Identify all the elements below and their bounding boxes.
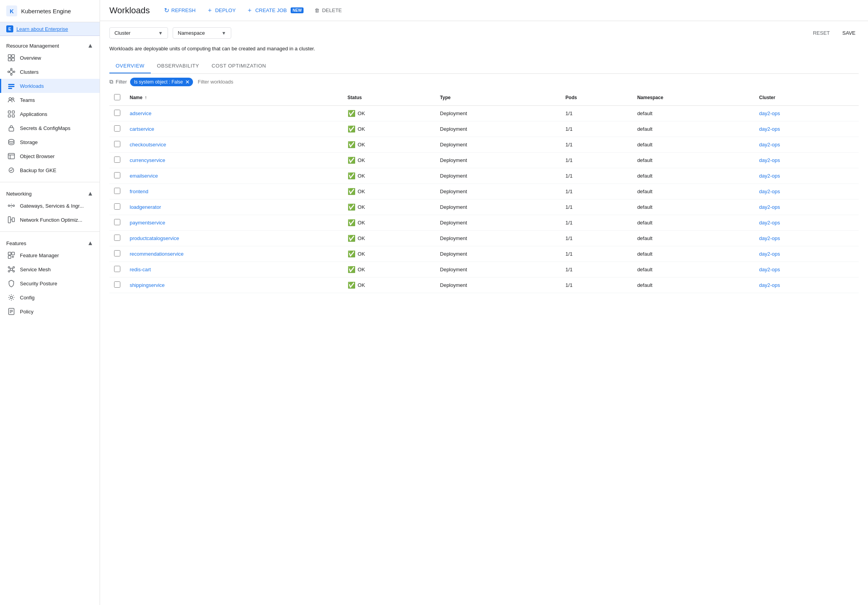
sidebar-item-feature-manager[interactable]: Feature Manager bbox=[0, 248, 100, 262]
sidebar-item-network-function[interactable]: Network Function Optimiz... bbox=[0, 213, 100, 227]
workloads-icon bbox=[7, 82, 15, 90]
cluster-link-6[interactable]: day2-ops bbox=[759, 204, 780, 210]
svg-point-21 bbox=[9, 139, 14, 142]
row-checkbox-1[interactable] bbox=[114, 125, 120, 132]
new-badge: NEW bbox=[291, 7, 304, 13]
cluster-link-9[interactable]: day2-ops bbox=[759, 251, 780, 257]
cluster-link-7[interactable]: day2-ops bbox=[759, 220, 780, 226]
sidebar-item-service-mesh[interactable]: Service Mesh bbox=[0, 262, 100, 276]
workload-name-link-3[interactable]: currencyservice bbox=[130, 157, 165, 163]
sidebar-item-secrets[interactable]: Secrets & ConfigMaps bbox=[0, 121, 100, 135]
tab-observability[interactable]: OBSERVABILITY bbox=[151, 59, 205, 73]
workload-name-link-6[interactable]: loadgenerator bbox=[130, 204, 161, 210]
row-pods-1: 1/1 bbox=[561, 121, 633, 137]
col-namespace: Namespace bbox=[632, 90, 754, 106]
cluster-link-1[interactable]: day2-ops bbox=[759, 126, 780, 132]
col-name[interactable]: Name ↑ bbox=[125, 90, 343, 106]
svg-point-6 bbox=[10, 70, 13, 73]
workload-name-link-4[interactable]: emailservice bbox=[130, 173, 158, 179]
row-checkbox-4[interactable] bbox=[114, 172, 120, 178]
workload-name-link-10[interactable]: redis-cart bbox=[130, 267, 151, 272]
sidebar-item-applications[interactable]: Applications bbox=[0, 107, 100, 121]
create-job-button[interactable]: ＋ CREATE JOB NEW bbox=[242, 4, 308, 17]
row-checkbox-10[interactable] bbox=[114, 266, 120, 272]
deploy-button[interactable]: ＋ DEPLOY bbox=[202, 4, 241, 17]
sidebar-item-gateways[interactable]: Gateways, Services & Ingr... bbox=[0, 199, 100, 213]
applications-label: Applications bbox=[20, 111, 47, 117]
page-description: Workloads are deployable units of comput… bbox=[109, 45, 859, 53]
save-button[interactable]: SAVE bbox=[839, 28, 859, 38]
workload-name-link-1[interactable]: cartservice bbox=[130, 126, 154, 132]
enterprise-label[interactable]: Learn about Enterprise bbox=[16, 26, 68, 32]
cluster-link-2[interactable]: day2-ops bbox=[759, 142, 780, 148]
app-title: Kubernetes Engine bbox=[21, 8, 71, 14]
svg-point-9 bbox=[8, 71, 9, 73]
row-type-6: Deployment bbox=[435, 199, 561, 215]
teams-label: Teams bbox=[20, 97, 35, 103]
status-ok-icon-0: ✅ bbox=[348, 110, 355, 117]
row-checkbox-0[interactable] bbox=[114, 110, 120, 116]
row-checkbox-cell-7 bbox=[109, 215, 125, 230]
row-name-11: shippingservice bbox=[125, 277, 343, 293]
sort-name-icon: ↑ bbox=[145, 95, 147, 100]
row-checkbox-5[interactable] bbox=[114, 188, 120, 194]
cluster-link-3[interactable]: day2-ops bbox=[759, 157, 780, 163]
enterprise-banner[interactable]: E Learn about Enterprise bbox=[0, 22, 100, 36]
row-name-9: recommendationservice bbox=[125, 246, 343, 262]
sidebar-item-security-posture[interactable]: Security Posture bbox=[0, 276, 100, 290]
workload-name-link-11[interactable]: shippingservice bbox=[130, 282, 165, 288]
row-checkbox-8[interactable] bbox=[114, 235, 120, 241]
create-job-icon: ＋ bbox=[246, 6, 253, 14]
cluster-link-5[interactable]: day2-ops bbox=[759, 189, 780, 194]
refresh-icon: ↻ bbox=[164, 7, 169, 14]
sidebar-item-workloads[interactable]: Workloads bbox=[0, 79, 100, 93]
select-all-checkbox[interactable] bbox=[114, 94, 120, 100]
svg-text:K: K bbox=[10, 8, 14, 14]
row-checkbox-6[interactable] bbox=[114, 203, 120, 210]
svg-point-8 bbox=[11, 74, 12, 75]
sidebar-item-teams[interactable]: Teams bbox=[0, 93, 100, 107]
sidebar-item-backup[interactable]: Backup for GKE bbox=[0, 163, 100, 177]
gateways-label: Gateways, Services & Ingr... bbox=[20, 203, 84, 209]
content-area: Cluster ▼ Namespace ▼ RESET SAVE Workloa… bbox=[100, 21, 868, 605]
tab-overview[interactable]: OVERVIEW bbox=[109, 59, 151, 73]
workload-name-link-7[interactable]: paymentservice bbox=[130, 220, 165, 226]
delete-button[interactable]: 🗑 DELETE bbox=[310, 5, 346, 16]
sidebar-item-overview[interactable]: Overview bbox=[0, 51, 100, 65]
cluster-link-8[interactable]: day2-ops bbox=[759, 235, 780, 241]
filter-chip-close[interactable]: ✕ bbox=[185, 79, 190, 85]
cluster-link-10[interactable]: day2-ops bbox=[759, 267, 780, 272]
namespace-dropdown[interactable]: Namespace ▼ bbox=[173, 27, 231, 39]
table-row: checkoutservice ✅ OK Deployment 1/1 defa… bbox=[109, 137, 859, 152]
row-checkbox-3[interactable] bbox=[114, 157, 120, 163]
sidebar-item-config[interactable]: Config bbox=[0, 290, 100, 304]
cluster-link-11[interactable]: day2-ops bbox=[759, 282, 780, 288]
cluster-link-0[interactable]: day2-ops bbox=[759, 110, 780, 116]
refresh-button[interactable]: ↻ REFRESH bbox=[159, 4, 200, 16]
row-checkbox-7[interactable] bbox=[114, 219, 120, 225]
reset-button[interactable]: RESET bbox=[810, 28, 833, 38]
tab-cost-optimization[interactable]: COST OPTIMIZATION bbox=[205, 59, 272, 73]
cluster-link-4[interactable]: day2-ops bbox=[759, 173, 780, 179]
workload-name-link-9[interactable]: recommendationservice bbox=[130, 251, 184, 257]
sidebar-item-object-browser[interactable]: Object Browser bbox=[0, 149, 100, 163]
workload-name-link-8[interactable]: productcatalogservice bbox=[130, 235, 179, 241]
sidebar-item-storage[interactable]: Storage bbox=[0, 135, 100, 149]
cluster-dropdown-arrow: ▼ bbox=[158, 30, 163, 36]
network-function-icon bbox=[7, 216, 15, 224]
row-status-3: ✅ OK bbox=[343, 152, 436, 168]
workload-name-link-2[interactable]: checkoutservice bbox=[130, 142, 166, 148]
workload-name-link-0[interactable]: adservice bbox=[130, 110, 152, 116]
resource-management-header: Resource Management ▲ bbox=[0, 39, 100, 51]
workload-search-input[interactable] bbox=[196, 78, 859, 85]
row-checkbox-2[interactable] bbox=[114, 141, 120, 147]
cluster-dropdown[interactable]: Cluster ▼ bbox=[109, 27, 168, 39]
row-checkbox-cell-9 bbox=[109, 246, 125, 262]
svg-point-33 bbox=[8, 267, 10, 268]
sidebar-item-clusters[interactable]: Clusters bbox=[0, 65, 100, 79]
row-checkbox-11[interactable] bbox=[114, 281, 120, 288]
workload-name-link-5[interactable]: frontend bbox=[130, 189, 148, 194]
row-checkbox-9[interactable] bbox=[114, 250, 120, 256]
sidebar-item-policy[interactable]: Policy bbox=[0, 304, 100, 319]
active-filter-chip[interactable]: Is system object : False ✕ bbox=[130, 78, 193, 86]
